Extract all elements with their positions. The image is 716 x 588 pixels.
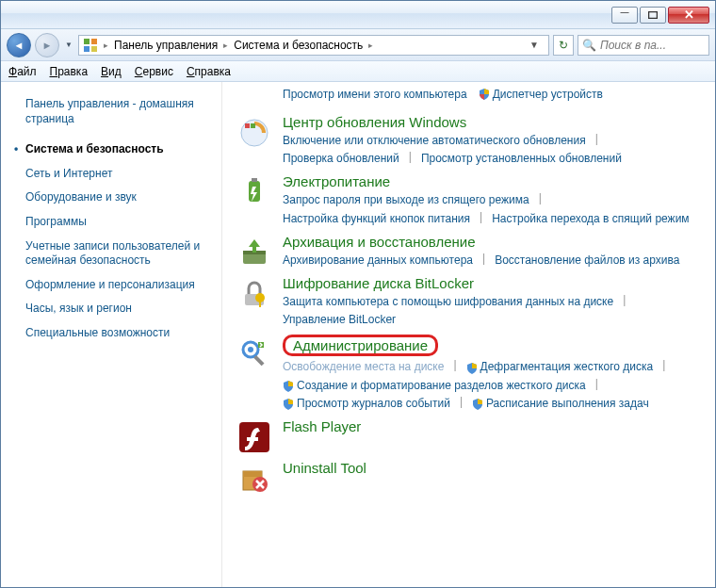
shield-icon — [283, 398, 294, 409]
link[interactable]: Просмотр журналов событий — [283, 395, 450, 413]
link[interactable]: Настройка перехода в спящий режим — [492, 210, 689, 228]
link[interactable]: Восстановление файлов из архива — [495, 252, 679, 270]
breadcrumb[interactable]: ▸ Панель управления ▸ Система и безопасн… — [78, 35, 549, 56]
shield-icon — [466, 362, 478, 373]
menu-tools[interactable]: Сервис — [135, 65, 173, 78]
link-computer-name[interactable]: Просмотр имени этого компьютера — [283, 88, 467, 101]
category-title[interactable]: Uninstall Tool — [283, 460, 704, 476]
sidebar-item-network[interactable]: Сеть и Интернет — [8, 162, 216, 187]
search-input[interactable] — [600, 39, 705, 52]
top-extra-links: Просмотр имени этого компьютера Диспетче… — [234, 86, 704, 108]
link[interactable]: Проверка обновлений — [283, 150, 399, 168]
category-flash: Flash Player — [234, 418, 704, 454]
shield-icon — [472, 398, 483, 409]
sidebar: Панель управления - домашняя страница Си… — [1, 82, 222, 587]
sidebar-item-hardware[interactable]: Оборудование и звук — [8, 186, 216, 210]
refresh-button[interactable]: ↻ — [553, 35, 574, 56]
window-titlebar: — ✕ — [1, 1, 715, 29]
svg-rect-2 — [91, 39, 97, 44]
category-title[interactable]: Flash Player — [283, 418, 704, 434]
svg-rect-8 — [249, 181, 260, 202]
link[interactable]: Создание и форматирование разделов жестк… — [283, 377, 586, 395]
power-icon — [237, 175, 271, 209]
svg-rect-9 — [252, 178, 257, 182]
menu-file[interactable]: Файл — [8, 65, 37, 78]
category-title[interactable]: Центр обновления Windows — [283, 114, 704, 130]
sidebar-item-accessibility[interactable]: Специальные возможности — [8, 321, 216, 346]
content-pane: Просмотр имени этого компьютера Диспетче… — [222, 82, 715, 587]
bitlocker-icon — [237, 277, 271, 311]
category-title[interactable]: Электропитание — [283, 173, 704, 189]
sidebar-home[interactable]: Панель управления - домашняя страница — [8, 91, 216, 138]
link-device-manager[interactable]: Диспетчер устройств — [479, 88, 603, 101]
link[interactable]: Управление BitLocker — [283, 311, 396, 329]
link[interactable]: Архивирование данных компьютера — [283, 252, 473, 270]
maximize-button[interactable] — [640, 7, 666, 24]
svg-rect-3 — [84, 46, 90, 52]
svg-rect-1 — [84, 39, 90, 44]
link[interactable]: Освобождение места на диске — [283, 358, 444, 376]
category-title[interactable]: Администрирование — [293, 337, 428, 353]
svg-rect-14 — [259, 300, 261, 307]
minimize-button[interactable]: — — [611, 7, 638, 24]
breadcrumb-section[interactable]: Система и безопасность — [230, 39, 366, 52]
category-title[interactable]: Архивация и восстановление — [283, 234, 704, 250]
link[interactable]: Запрос пароля при выходе из спящего режи… — [283, 191, 529, 209]
backup-icon — [237, 236, 271, 270]
breadcrumb-chevron[interactable]: ▸ — [366, 41, 375, 50]
windows-update-icon — [237, 116, 271, 150]
nav-back-button[interactable]: ◄ — [7, 33, 31, 57]
shield-icon — [479, 89, 490, 100]
sidebar-item-users[interactable]: Учетные записи пользователей и семейная … — [8, 235, 216, 273]
link[interactable]: Расписание выполнения задач — [472, 395, 649, 413]
shield-icon — [283, 380, 294, 391]
breadcrumb-dropdown[interactable]: ▼ — [529, 40, 539, 50]
address-bar: ◄ ► ▼ ▸ Панель управления ▸ Система и бе… — [1, 29, 715, 61]
nav-forward-button[interactable]: ► — [35, 33, 59, 57]
search-icon: 🔍 — [582, 39, 596, 52]
uninstall-icon — [237, 462, 271, 496]
link[interactable]: Включение или отключение автоматического… — [283, 132, 586, 150]
sidebar-item-programs[interactable]: Программы — [8, 210, 216, 235]
menu-bar: Файл Правка Вид Сервис Справка — [1, 61, 715, 82]
breadcrumb-chevron[interactable]: ▸ — [221, 41, 230, 50]
search-box[interactable]: 🔍 — [578, 35, 709, 56]
sidebar-item-system-security[interactable]: Система и безопасность — [8, 138, 216, 162]
category-title[interactable]: Шифрование диска BitLocker — [283, 275, 704, 291]
link[interactable]: Просмотр установленных обновлений — [421, 150, 622, 168]
svg-rect-7 — [251, 123, 255, 128]
breadcrumb-root[interactable]: Панель управления — [110, 39, 221, 52]
menu-edit[interactable]: Правка — [50, 65, 89, 78]
svg-rect-17 — [253, 355, 264, 366]
category-windows-update: Центр обновления Windows Включение или о… — [234, 114, 704, 168]
admin-tools-icon — [237, 336, 271, 370]
category-administration: Администрирование Освобождение места на … — [234, 335, 704, 413]
control-panel-icon — [83, 38, 98, 53]
link[interactable]: Защита компьютера с помощью шифрования д… — [283, 293, 613, 311]
svg-rect-20 — [243, 471, 262, 477]
category-backup: Архивация и восстановление Архивирование… — [234, 234, 704, 270]
close-button[interactable]: ✕ — [668, 7, 709, 24]
link[interactable]: Настройка функций кнопок питания — [283, 210, 470, 228]
sidebar-item-appearance[interactable]: Оформление и персонализация — [8, 273, 216, 298]
breadcrumb-chevron[interactable]: ▸ — [102, 41, 110, 50]
svg-rect-0 — [649, 11, 658, 18]
link[interactable]: Дефрагментация жесткого диска — [466, 358, 654, 376]
sidebar-item-clock[interactable]: Часы, язык и регион — [8, 297, 216, 321]
nav-history-dropdown[interactable]: ▼ — [63, 33, 74, 57]
flash-icon — [237, 420, 271, 454]
menu-view[interactable]: Вид — [101, 65, 122, 78]
category-uninstall: Uninstall Tool — [234, 460, 704, 496]
svg-point-16 — [248, 347, 253, 352]
menu-help[interactable]: Справка — [187, 65, 231, 78]
svg-rect-4 — [91, 46, 97, 52]
category-power: Электропитание Запрос пароля при выходе … — [234, 173, 704, 227]
category-bitlocker: Шифрование диска BitLocker Защита компью… — [234, 275, 704, 329]
svg-rect-6 — [245, 123, 250, 128]
